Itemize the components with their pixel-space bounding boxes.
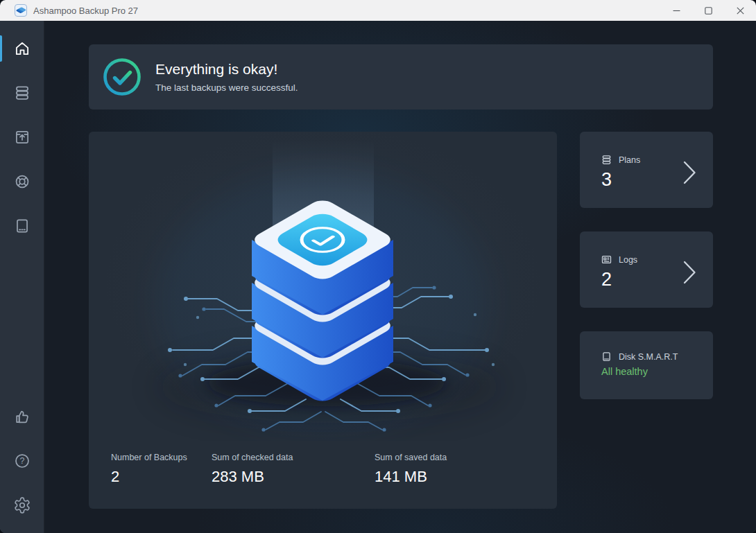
banner-subtitle: The last backups were successful. bbox=[155, 82, 298, 93]
sidebar-top-group bbox=[0, 29, 44, 245]
card-head: Logs bbox=[601, 254, 637, 265]
minimize-button[interactable] bbox=[660, 0, 692, 21]
app-logo-icon bbox=[15, 4, 27, 17]
overview-panel: Number of Backups 2 Sum of checked data … bbox=[89, 132, 557, 509]
chevron-right-icon bbox=[683, 161, 696, 184]
card-value: 3 bbox=[601, 169, 612, 191]
disk-icon bbox=[13, 217, 31, 235]
banner-title: Everything is okay! bbox=[155, 61, 298, 78]
maximize-button[interactable] bbox=[692, 0, 724, 21]
feedback-thumbs-up-icon bbox=[13, 408, 31, 426]
logs-card[interactable]: Logs 2 bbox=[580, 231, 713, 308]
banner-texts: Everything is okay! The last backups wer… bbox=[155, 61, 298, 93]
status-banner: Everything is okay! The last backups wer… bbox=[89, 44, 713, 110]
sidebar-bottom-group: ? bbox=[0, 397, 44, 525]
restore-box-icon bbox=[13, 128, 31, 146]
stat-label: Number of Backups bbox=[111, 453, 187, 462]
stat-checked-data: Sum of checked data 283 MB bbox=[212, 453, 293, 486]
server-stack-illustration bbox=[101, 136, 544, 441]
titlebar: Ashampoo Backup Pro 27 bbox=[0, 0, 756, 21]
backup-plans-icon bbox=[13, 84, 31, 102]
stat-label: Sum of saved data bbox=[375, 453, 447, 462]
window-controls bbox=[660, 0, 756, 21]
card-head: Plans bbox=[601, 154, 640, 166]
stat-saved-data: Sum of saved data 141 MB bbox=[375, 453, 447, 486]
help-glyph: ? bbox=[19, 456, 24, 466]
active-indicator bbox=[0, 35, 2, 62]
help-icon: ? bbox=[13, 452, 31, 470]
app-title: Ashampoo Backup Pro 27 bbox=[33, 6, 138, 16]
stat-value: 2 bbox=[111, 468, 187, 486]
minimize-icon bbox=[673, 7, 680, 15]
card-label: Logs bbox=[619, 255, 637, 265]
sidebar-item-home[interactable] bbox=[0, 29, 44, 68]
maximize-icon bbox=[705, 7, 712, 15]
logs-icon bbox=[601, 254, 612, 265]
plans-icon bbox=[601, 154, 612, 166]
card-label: Disk S.M.A.R.T bbox=[619, 352, 678, 362]
close-icon bbox=[737, 7, 744, 15]
plans-card[interactable]: Plans 3 bbox=[580, 132, 713, 208]
sidebar-item-help[interactable]: ? bbox=[0, 442, 44, 480]
stat-number-of-backups: Number of Backups 2 bbox=[111, 453, 187, 486]
stat-value: 141 MB bbox=[375, 468, 447, 486]
stat-value: 283 MB bbox=[212, 468, 293, 486]
sidebar-item-restore[interactable] bbox=[0, 118, 44, 157]
sidebar-item-feedback[interactable] bbox=[0, 397, 44, 436]
disk-smart-card[interactable]: Disk S.M.A.R.T All healthy bbox=[580, 331, 713, 399]
stat-label: Sum of checked data bbox=[212, 453, 293, 462]
card-value: 2 bbox=[601, 269, 612, 290]
home-icon bbox=[13, 40, 31, 58]
sidebar-item-settings[interactable] bbox=[0, 486, 44, 525]
sidebar-item-disk[interactable] bbox=[0, 207, 44, 245]
sidebar: ? bbox=[0, 21, 44, 533]
card-label: Plans bbox=[619, 155, 640, 165]
app-window: Ashampoo Backup Pro 27 bbox=[0, 0, 756, 533]
sidebar-item-rescue[interactable] bbox=[0, 162, 44, 201]
settings-gear-icon bbox=[13, 496, 31, 514]
disk-smart-icon bbox=[601, 351, 612, 362]
card-head: Disk S.M.A.R.T bbox=[601, 351, 678, 362]
sidebar-item-backup-plans[interactable] bbox=[0, 73, 44, 112]
rescue-lifesaver-icon bbox=[13, 173, 31, 191]
chevron-right-icon bbox=[683, 261, 696, 284]
close-button[interactable] bbox=[724, 0, 756, 21]
card-status-value: All healthy bbox=[601, 366, 648, 377]
check-circle-icon bbox=[103, 58, 141, 96]
